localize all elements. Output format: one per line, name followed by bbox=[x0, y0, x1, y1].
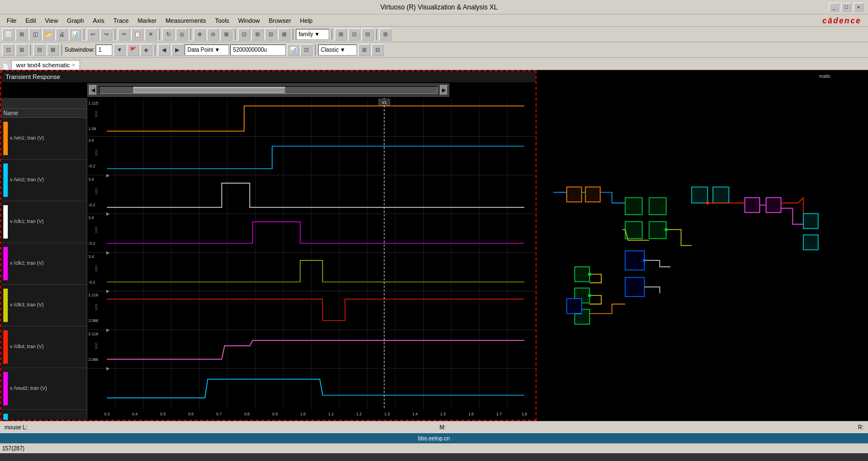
tb-sep-a3 bbox=[155, 44, 156, 56]
svg-text:-0.2: -0.2 bbox=[88, 280, 95, 284]
schematic-panel: matic bbox=[537, 70, 868, 421]
search-box[interactable] bbox=[1, 98, 87, 109]
menu-tools[interactable]: Tools bbox=[210, 16, 234, 25]
svg-text:0.3: 0.3 bbox=[104, 412, 110, 416]
tb-open-button[interactable]: 📂 bbox=[42, 28, 54, 41]
tb-flag-btn[interactable]: 🚩 bbox=[127, 44, 139, 56]
svg-text:3.4: 3.4 bbox=[88, 216, 94, 220]
menu-trace[interactable]: Trace bbox=[109, 16, 133, 25]
tb-redo-button[interactable]: ↪ bbox=[100, 28, 112, 41]
tb-separator1 bbox=[83, 29, 85, 40]
tb-icon-a2[interactable]: ⊞ bbox=[16, 44, 28, 56]
tb-print-button[interactable]: 🖨 bbox=[56, 28, 68, 41]
tb-icon27[interactable]: ⊞ bbox=[379, 28, 391, 41]
menu-axis[interactable]: Axis bbox=[88, 16, 109, 25]
tb-icon25[interactable]: ⊡ bbox=[348, 28, 360, 41]
tb-icon-a4[interactable]: ⊠ bbox=[47, 44, 59, 56]
svg-rect-79 bbox=[745, 197, 760, 212]
tb-next-btn[interactable]: ▶ bbox=[171, 44, 183, 56]
mouse-l-label: mouse L: bbox=[4, 424, 27, 430]
svg-text:V(V): V(V) bbox=[95, 343, 98, 349]
tb-zoom-in-button[interactable]: ⊕ bbox=[194, 28, 206, 41]
svg-text:1.3: 1.3 bbox=[384, 412, 390, 416]
tb-icon6[interactable]: 📊 bbox=[69, 28, 81, 41]
scrollbar-area[interactable]: ◀ ▶ bbox=[87, 83, 449, 97]
tb-icon-a7[interactable]: ⊞ bbox=[358, 44, 370, 56]
tb-icon22[interactable]: ⊠ bbox=[278, 28, 290, 41]
window-title: Virtuoso (R) Visualization & Analysis XL bbox=[49, 3, 829, 11]
tb-icon-a8[interactable]: ⊟ bbox=[371, 44, 384, 56]
tb-undo-button[interactable]: ↩ bbox=[87, 28, 99, 41]
menu-edit[interactable]: Edit bbox=[21, 16, 41, 25]
plot-svg: 1.115 1.09 3.4 -0.2 3.4 -0.2 3.4 -0.2 3.… bbox=[87, 98, 535, 420]
tb-zoom-out-button[interactable]: ⊖ bbox=[207, 28, 219, 41]
time-input[interactable] bbox=[230, 44, 286, 56]
menu-window[interactable]: Window bbox=[234, 16, 264, 25]
scroll-right-btn[interactable]: ▶ bbox=[440, 85, 448, 95]
subwindow-dropdown-btn[interactable]: ▼ bbox=[113, 44, 126, 56]
menu-graph[interactable]: Graph bbox=[62, 16, 88, 25]
bottom-info-bar: bbs.eetop.cn bbox=[0, 433, 868, 443]
scrollbar-track[interactable] bbox=[99, 86, 438, 94]
svg-rect-87 bbox=[803, 214, 819, 229]
tb-prev-btn[interactable]: ◀ bbox=[158, 44, 170, 56]
scroll-left-btn[interactable]: ◀ bbox=[89, 85, 97, 95]
tab-label: wxr text4 schematic bbox=[16, 62, 70, 68]
svg-text:2.118: 2.118 bbox=[88, 293, 98, 297]
tb-icon3[interactable]: ◫ bbox=[29, 28, 41, 41]
svg-text:▶: ▶ bbox=[106, 211, 110, 216]
trace-label-clk4: v /clk4; tran (V) bbox=[10, 344, 44, 350]
menu-browser[interactable]: Browser bbox=[264, 16, 295, 25]
tab-bar: 📄 wxr text4 schematic × bbox=[0, 58, 868, 70]
svg-text:0.6: 0.6 bbox=[188, 412, 194, 416]
minimize-button[interactable]: _ bbox=[829, 3, 839, 12]
tb-refresh-button[interactable]: ↻ bbox=[162, 28, 175, 41]
menu-measurements[interactable]: Measurements bbox=[161, 16, 211, 25]
menu-view[interactable]: View bbox=[41, 16, 63, 25]
svg-text:1.5: 1.5 bbox=[440, 412, 446, 416]
tb-icon19[interactable]: ⊡ bbox=[238, 28, 250, 41]
svg-text:1.7: 1.7 bbox=[497, 412, 502, 416]
window-controls[interactable]: _ □ × bbox=[829, 3, 864, 12]
menu-help[interactable]: Help bbox=[296, 16, 318, 25]
tb-zoom-fit-button[interactable]: ⊠ bbox=[220, 28, 232, 41]
tb-icon21[interactable]: ⊟ bbox=[265, 28, 277, 41]
tb-new-button[interactable]: ⬜ bbox=[2, 28, 14, 41]
tb-icon26[interactable]: ⊟ bbox=[361, 28, 374, 41]
data-point-label: Data Point bbox=[187, 47, 214, 53]
subwindow-input[interactable] bbox=[96, 44, 112, 56]
tb-icon20[interactable]: ⊞ bbox=[251, 28, 264, 41]
title-bar: Virtuoso (R) Visualization & Analysis XL… bbox=[0, 0, 868, 14]
close-button[interactable]: × bbox=[854, 3, 864, 12]
tb-icon-a5[interactable]: ◈ bbox=[140, 44, 152, 56]
tb-icon14[interactable]: ◎ bbox=[176, 28, 188, 41]
tb-delete-button[interactable]: ✕ bbox=[145, 28, 157, 41]
tb-copy-button[interactable]: 📋 bbox=[131, 28, 143, 41]
tb-icon-a6[interactable]: ⊡ bbox=[300, 44, 313, 56]
svg-text:▶: ▶ bbox=[106, 366, 110, 371]
tb-chart-btn[interactable]: 📊 bbox=[287, 44, 299, 56]
svg-text:1.09: 1.09 bbox=[88, 127, 96, 131]
svg-text:1.4: 1.4 bbox=[412, 412, 418, 416]
menu-file[interactable]: File bbox=[2, 16, 21, 25]
maximize-button[interactable]: □ bbox=[841, 3, 851, 12]
coords-bar: 157(287) bbox=[0, 443, 868, 453]
tb-icon-a1[interactable]: ⊡ bbox=[2, 44, 14, 56]
font-dropdown-arrow[interactable]: ▼ bbox=[314, 31, 320, 37]
svg-text:V(V): V(V) bbox=[95, 188, 98, 195]
tb-icon2[interactable]: ⊞ bbox=[16, 28, 28, 41]
tab-close-btn[interactable]: × bbox=[72, 62, 75, 68]
menu-marker[interactable]: Marker bbox=[133, 16, 161, 25]
font-dropdown[interactable]: family ▼ bbox=[296, 29, 329, 40]
tb-cut-button[interactable]: ✂ bbox=[118, 28, 130, 41]
tb-icon24[interactable]: ⊞ bbox=[335, 28, 347, 41]
style-dropdown[interactable]: Classic ▼ bbox=[318, 44, 357, 56]
plot-area[interactable]: 1.115 1.09 3.4 -0.2 3.4 -0.2 3.4 -0.2 3.… bbox=[87, 98, 535, 420]
wave-title: Transient Response bbox=[6, 73, 60, 80]
tab-wxr[interactable]: wxr text4 schematic × bbox=[11, 60, 80, 70]
data-point-dropdown[interactable]: Data Point ▼ bbox=[185, 44, 229, 56]
scrollbar-thumb[interactable] bbox=[133, 87, 285, 93]
tb-icon-a3[interactable]: ⊟ bbox=[33, 44, 46, 56]
data-point-arrow[interactable]: ▼ bbox=[215, 47, 220, 53]
style-arrow[interactable]: ▼ bbox=[340, 47, 345, 53]
